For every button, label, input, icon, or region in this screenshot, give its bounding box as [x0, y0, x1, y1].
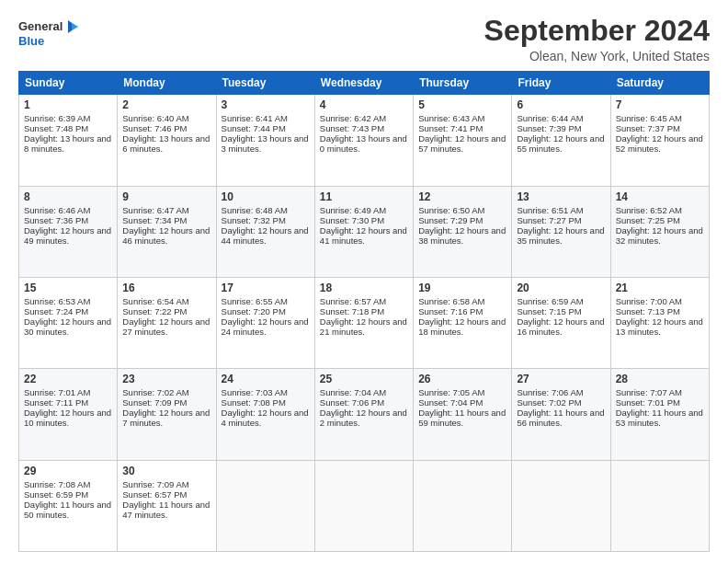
sunrise-label: Sunrise: 7:07 AM: [616, 387, 682, 397]
sunrise-label: Sunrise: 7:04 AM: [320, 387, 386, 397]
logo: General Blue: [18, 18, 81, 48]
daylight-label: Daylight: 12 hours and 24 minutes.: [222, 316, 309, 337]
sunrise-label: Sunrise: 6:51 AM: [517, 205, 583, 215]
sunset-label: Sunset: 7:01 PM: [616, 397, 680, 408]
calendar-cell: 24 Sunrise: 7:03 AM Sunset: 7:08 PM Dayl…: [216, 369, 314, 460]
calendar-cell: 13 Sunrise: 6:51 AM Sunset: 7:27 PM Dayl…: [512, 186, 610, 277]
sunset-label: Sunset: 6:57 PM: [122, 489, 187, 500]
daylight-label: Daylight: 11 hours and 56 minutes.: [517, 408, 604, 428]
week-row-3: 15 Sunrise: 6:53 AM Sunset: 7:24 PM Dayl…: [19, 277, 710, 368]
day-number: 5: [418, 98, 506, 111]
logo-blue: Blue: [18, 35, 81, 48]
sunrise-label: Sunrise: 7:08 AM: [24, 479, 90, 489]
day-number: 11: [320, 190, 408, 203]
day-number: 9: [122, 190, 210, 203]
daylight-label: Daylight: 11 hours and 59 minutes.: [418, 408, 506, 428]
day-number: 10: [222, 190, 310, 203]
day-number: 15: [24, 282, 112, 294]
day-number: 7: [616, 98, 704, 111]
header-wednesday: Wednesday: [314, 72, 413, 95]
logo-chevron-icon: [64, 18, 81, 35]
day-number: 8: [24, 190, 112, 203]
sunset-label: Sunset: 6:59 PM: [24, 489, 88, 500]
sunset-label: Sunset: 7:34 PM: [122, 215, 187, 225]
calendar-cell: 10 Sunrise: 6:48 AM Sunset: 7:32 PM Dayl…: [216, 186, 314, 277]
calendar-cell: 11 Sunrise: 6:49 AM Sunset: 7:30 PM Dayl…: [314, 186, 413, 277]
day-number: 12: [418, 190, 506, 203]
sunset-label: Sunset: 7:08 PM: [222, 397, 286, 408]
sunset-label: Sunset: 7:24 PM: [24, 306, 88, 316]
sunrise-label: Sunrise: 7:05 AM: [418, 387, 484, 397]
daylight-label: Daylight: 12 hours and 2 minutes.: [320, 408, 407, 428]
daylight-label: Daylight: 12 hours and 7 minutes.: [122, 408, 210, 428]
calendar-cell: 2 Sunrise: 6:40 AM Sunset: 7:46 PM Dayli…: [118, 95, 216, 186]
sunrise-label: Sunrise: 6:58 AM: [418, 296, 484, 306]
daylight-label: Daylight: 13 hours and 3 minutes.: [222, 133, 309, 154]
daylight-label: Daylight: 12 hours and 4 minutes.: [222, 408, 309, 428]
daylight-label: Daylight: 12 hours and 30 minutes.: [24, 316, 111, 337]
day-number: 13: [517, 190, 605, 203]
header-monday: Monday: [118, 72, 216, 95]
calendar-cell: 17 Sunrise: 6:55 AM Sunset: 7:20 PM Dayl…: [216, 277, 314, 368]
sunrise-label: Sunrise: 7:02 AM: [122, 387, 188, 397]
daylight-label: Daylight: 12 hours and 32 minutes.: [616, 225, 703, 246]
calendar-cell: 28 Sunrise: 7:07 AM Sunset: 7:01 PM Dayl…: [610, 369, 709, 460]
sunset-label: Sunset: 7:44 PM: [222, 123, 286, 133]
calendar-cell: 5 Sunrise: 6:43 AM Sunset: 7:41 PM Dayli…: [414, 95, 512, 186]
sunrise-label: Sunrise: 6:55 AM: [222, 296, 288, 306]
day-number: 1: [24, 98, 112, 111]
sunrise-label: Sunrise: 7:03 AM: [222, 387, 288, 397]
header-saturday: Saturday: [610, 72, 709, 95]
daylight-label: Daylight: 11 hours and 47 minutes.: [122, 500, 210, 520]
calendar-cell: 19 Sunrise: 6:58 AM Sunset: 7:16 PM Dayl…: [414, 277, 512, 368]
sunrise-label: Sunrise: 7:00 AM: [616, 296, 682, 306]
daylight-label: Daylight: 12 hours and 55 minutes.: [517, 133, 604, 154]
sunset-label: Sunset: 7:18 PM: [320, 306, 384, 316]
month-title: September 2024: [484, 15, 710, 47]
sunrise-label: Sunrise: 6:47 AM: [122, 205, 188, 215]
calendar-cell: [512, 460, 610, 551]
daylight-label: Daylight: 11 hours and 50 minutes.: [24, 500, 111, 520]
calendar-cell: 1 Sunrise: 6:39 AM Sunset: 7:48 PM Dayli…: [19, 95, 118, 186]
sunset-label: Sunset: 7:15 PM: [517, 306, 581, 316]
day-number: 24: [222, 373, 310, 385]
sunset-label: Sunset: 7:22 PM: [122, 306, 187, 316]
calendar-cell: 29 Sunrise: 7:08 AM Sunset: 6:59 PM Dayl…: [19, 460, 118, 551]
sunset-label: Sunset: 7:04 PM: [418, 397, 483, 408]
logo-general: General: [18, 20, 63, 33]
day-number: 27: [517, 373, 605, 385]
daylight-label: Daylight: 12 hours and 35 minutes.: [517, 225, 604, 246]
sunset-label: Sunset: 7:39 PM: [517, 123, 581, 133]
svg-marker-1: [72, 23, 79, 30]
sunrise-label: Sunrise: 7:09 AM: [122, 479, 188, 489]
daylight-label: Daylight: 13 hours and 0 minutes.: [320, 133, 407, 154]
daylight-label: Daylight: 12 hours and 41 minutes.: [320, 225, 407, 246]
sunrise-label: Sunrise: 6:49 AM: [320, 205, 386, 215]
day-number: 28: [616, 373, 704, 385]
title-block: September 2024 Olean, New York, United S…: [484, 15, 710, 63]
day-number: 26: [418, 373, 506, 385]
day-number: 18: [320, 282, 408, 294]
day-number: 20: [517, 282, 605, 294]
calendar-cell: 21 Sunrise: 7:00 AM Sunset: 7:13 PM Dayl…: [610, 277, 709, 368]
sunset-label: Sunset: 7:32 PM: [222, 215, 286, 225]
day-number: 29: [24, 465, 112, 477]
daylight-label: Daylight: 13 hours and 8 minutes.: [24, 133, 111, 154]
calendar-cell: [414, 460, 512, 551]
sunset-label: Sunset: 7:13 PM: [616, 306, 680, 316]
daylight-label: Daylight: 11 hours and 53 minutes.: [616, 408, 703, 428]
sunset-label: Sunset: 7:46 PM: [122, 123, 187, 133]
daylight-label: Daylight: 12 hours and 18 minutes.: [418, 316, 506, 337]
day-number: 16: [122, 282, 210, 294]
sunset-label: Sunset: 7:02 PM: [517, 397, 581, 408]
sunset-label: Sunset: 7:25 PM: [616, 215, 680, 225]
sunrise-label: Sunrise: 7:06 AM: [517, 387, 583, 397]
sunrise-label: Sunrise: 6:42 AM: [320, 113, 386, 123]
calendar-cell: 4 Sunrise: 6:42 AM Sunset: 7:43 PM Dayli…: [314, 95, 413, 186]
calendar-cell: 12 Sunrise: 6:50 AM Sunset: 7:29 PM Dayl…: [414, 186, 512, 277]
calendar-cell: 7 Sunrise: 6:45 AM Sunset: 7:37 PM Dayli…: [610, 95, 709, 186]
day-number: 3: [222, 98, 310, 111]
day-number: 25: [320, 373, 408, 385]
header-tuesday: Tuesday: [216, 72, 314, 95]
sunrise-label: Sunrise: 6:59 AM: [517, 296, 583, 306]
